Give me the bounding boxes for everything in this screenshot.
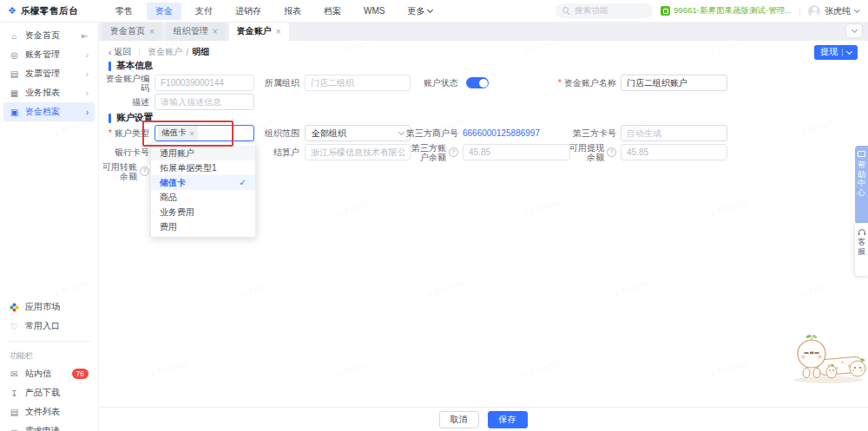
menu-funds[interactable]: 资金 [147, 3, 181, 20]
unread-count-badge: 76 [72, 369, 89, 379]
owning-org-input[interactable] [305, 75, 411, 91]
save-button[interactable]: 保存 [488, 411, 528, 428]
sidebar-item-business-report[interactable]: ▦ 业务报表 › [3, 83, 95, 102]
withdrawable-balance-input[interactable] [621, 144, 727, 160]
page-content: ‹ 返回 资金账户 / 明细 提现 基本信息 资金账户编码 所属组织 账户状态 [98, 41, 868, 431]
menu-reports[interactable]: 报表 [275, 3, 310, 20]
collapse-sidebar-icon[interactable]: ⇤ [82, 31, 89, 41]
tab-list-button[interactable] [846, 24, 862, 37]
required-mark: * [108, 128, 112, 138]
report-icon: ▦ [10, 88, 19, 98]
help-center-tab[interactable]: 帮助中心 [855, 146, 868, 224]
dropdown-option-goods[interactable]: 商品 [151, 190, 255, 205]
help-icon[interactable]: ? [607, 147, 616, 157]
field-label-status: 账户状态 [399, 75, 458, 91]
app-market-icon [10, 303, 19, 312]
dropdown-option-extended[interactable]: 拓展单据类型1 [151, 160, 255, 175]
divider [842, 49, 843, 56]
dropdown-option-business-fee[interactable]: 业务费用 [151, 205, 255, 219]
menu-archives[interactable]: 档案 [315, 3, 350, 20]
dropdown-option-fee[interactable]: 费用 [151, 219, 255, 234]
topbar: ❖ 乐檬零售后台 零售 资金 支付 进销存 报表 档案 WMS 更多 搜索功能 … [0, 0, 868, 23]
sidebar-item-funds-archive[interactable]: ▣ 资金档案 › [3, 102, 95, 121]
third-balance-input[interactable] [463, 144, 570, 160]
field-label-desc: 描述 [98, 94, 149, 110]
sidebar-item-downloads[interactable]: ↧ 产品下载 [3, 383, 95, 402]
field-label-transferable: 可用转账余额 ? [98, 163, 149, 180]
field-label-bank-card: 银行卡号 [98, 144, 149, 160]
description-input[interactable] [155, 94, 254, 110]
heart-icon: ♡ [10, 322, 19, 331]
required-mark: * [558, 78, 562, 88]
sidebar-item-accounting[interactable]: ◎ 账务管理 › [3, 45, 95, 64]
chevron-down-icon [851, 27, 857, 33]
monitor-icon [858, 151, 865, 157]
third-card-input[interactable] [621, 125, 727, 141]
chevron-down-icon [427, 7, 433, 13]
back-button[interactable]: ‹ 返回 [108, 46, 131, 58]
file-list-icon: ▤ [10, 408, 19, 417]
chevron-right-icon: › [86, 50, 89, 60]
search-input[interactable]: 搜索功能 [556, 3, 653, 18]
field-label-code: 资金账户编码 [98, 75, 149, 91]
sidebar-item-favorites[interactable]: ♡ 常用入口 [3, 317, 95, 336]
sidebar-group-label: 功能栏 [0, 347, 98, 364]
invoice-icon: ▤ [10, 69, 19, 79]
dropdown-option-stored-value-card[interactable]: 储值卡 ✓ [151, 175, 255, 190]
customer-service-tab[interactable]: 客服 [855, 223, 868, 276]
menu-wms[interactable]: WMS [355, 3, 393, 18]
menu-inventory[interactable]: 进销存 [227, 3, 270, 20]
divider [139, 48, 140, 56]
cancel-button[interactable]: 取消 [439, 411, 479, 428]
tab-funds-home[interactable]: 资金首页 × [102, 22, 162, 41]
request-icon: ▭ [10, 427, 19, 431]
close-icon[interactable]: × [276, 27, 281, 36]
menu-retail[interactable]: 零售 [107, 3, 141, 20]
topbar-right: 搜索功能 99661-新界面果蔬版测试-管理... 张虎纯 [556, 3, 868, 18]
account-code-input[interactable] [155, 75, 254, 91]
dropdown-option-general[interactable]: 通用账户 [151, 146, 255, 160]
tenant-switcher[interactable]: 99661-新界面果蔬版测试-管理... [661, 5, 792, 16]
mascot-illustration [788, 330, 866, 386]
chevron-down-icon [846, 48, 852, 54]
account-type-input[interactable]: 储值卡 × [155, 125, 254, 141]
account-type-tag: 储值卡 × [158, 126, 198, 140]
ledger-icon: ◎ [10, 50, 19, 60]
help-icon[interactable]: ? [449, 147, 458, 157]
sidebar-item-invoice[interactable]: ▤ 发票管理 › [3, 64, 95, 83]
chevron-right-icon: › [86, 69, 89, 79]
tab-org-management[interactable]: 组织管理 × [166, 22, 226, 41]
check-icon: ✓ [240, 178, 247, 187]
withdraw-button[interactable]: 提现 [814, 45, 858, 60]
breadcrumb-parent[interactable]: 资金账户 [148, 46, 182, 58]
app-logo[interactable]: ❖ 乐檬零售后台 [0, 5, 95, 17]
menu-payment[interactable]: 支付 [187, 3, 221, 20]
account-name-input[interactable] [621, 75, 727, 91]
tab-funds-account[interactable]: 资金账户 × [229, 22, 289, 41]
menu-more[interactable]: 更多 [398, 3, 441, 20]
archive-icon: ▣ [10, 108, 19, 117]
field-label-type: *账户类型 [98, 125, 149, 141]
tab-bar: 资金首页 × 组织管理 × 资金账户 × [98, 22, 868, 41]
help-icon[interactable]: ? [140, 167, 149, 176]
search-icon [562, 7, 570, 15]
sidebar-item-app-market[interactable]: 应用市场 [3, 297, 95, 317]
home-icon: ⌂ [10, 31, 19, 41]
field-label-name: *资金账户名称 [547, 75, 616, 91]
sidebar-item-file-list[interactable]: ▤ 文件列表 [3, 402, 95, 421]
account-status-toggle[interactable] [466, 77, 489, 88]
field-label-org: 所属组织 [247, 75, 299, 91]
settlement-account-input[interactable] [305, 144, 411, 160]
sidebar-item-request[interactable]: ▭ 需求申请 [3, 421, 95, 431]
user-menu[interactable]: 张虎纯 [808, 5, 859, 17]
toolbar: ‹ 返回 资金账户 / 明细 提现 [98, 41, 868, 63]
close-icon[interactable]: × [149, 27, 155, 36]
sidebar-item-messages[interactable]: ✉ 站内信 76 [3, 364, 95, 383]
breadcrumb-current: 明细 [192, 46, 209, 58]
close-icon[interactable]: × [213, 27, 218, 36]
remove-tag-icon[interactable]: × [190, 129, 194, 138]
store-icon [661, 6, 670, 16]
sidebar-item-funds-home[interactable]: ⌂ 资金首页 ⇤ [3, 26, 95, 45]
merchant-no-value[interactable]: 6666000125886997 [463, 125, 540, 141]
field-label-withdrawable: 可用提现余额 ? [556, 144, 616, 160]
